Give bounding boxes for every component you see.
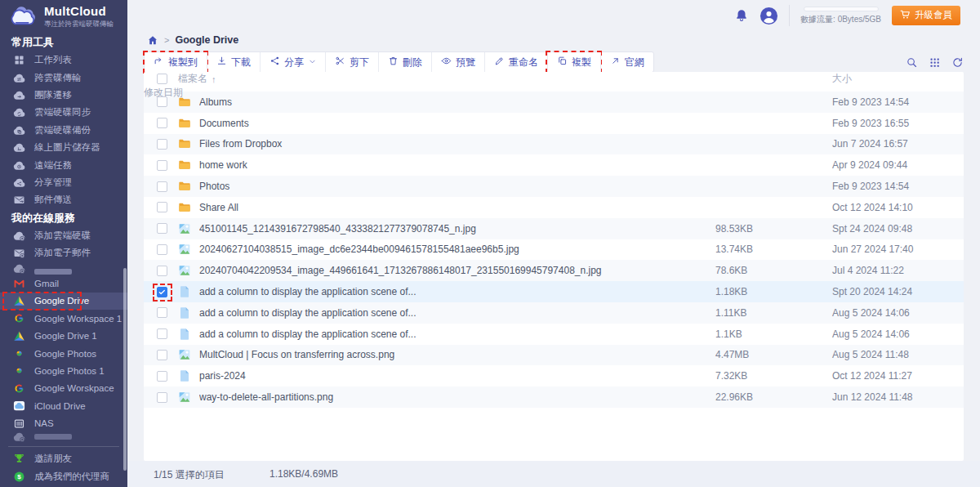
row-checkbox[interactable]	[157, 202, 167, 212]
sidebar-item-icloud-drive[interactable]: iCloud Drive	[0, 397, 127, 414]
row-checkbox[interactable]	[157, 371, 167, 382]
row-checkbox[interactable]	[157, 223, 167, 234]
download-button[interactable]: 下載	[207, 52, 260, 72]
table-row[interactable]: 20240704042209534_image_449661641_171326…	[144, 260, 964, 281]
grid-view-icon[interactable]	[929, 56, 941, 69]
sidebar-item-google-drive-1[interactable]: Google Drive 1	[0, 327, 127, 344]
multcloud-logo-icon	[7, 4, 39, 35]
rename-button[interactable]: 重命名	[484, 52, 547, 72]
copy-to-button[interactable]: 複製到	[145, 52, 207, 72]
sidebar-item-nas[interactable]: NAS	[0, 414, 127, 431]
copy-button[interactable]: 複製	[547, 52, 600, 72]
sidebar-item-become-agent[interactable]: $成為我們的代理商	[0, 468, 127, 486]
table-row[interactable]: AlbumsFeb 9 2023 14:54	[144, 92, 964, 113]
row-checkbox[interactable]	[157, 328, 167, 339]
column-header-date[interactable]: 修改日期	[144, 86, 157, 100]
add-email-icon	[13, 247, 25, 259]
sidebar-item-label: Google Drive	[34, 296, 89, 306]
notification-bell-icon[interactable]	[734, 8, 749, 23]
sidebar-item-gmail[interactable]: Gmail	[0, 275, 127, 292]
row-checkbox-checked[interactable]	[157, 287, 167, 297]
sidebar-item--[interactable]: 雲端硬碟備份	[0, 122, 127, 139]
row-checkbox[interactable]	[157, 392, 167, 403]
table-row[interactable]: 451001145_1214391672798540_4333821277379…	[144, 218, 964, 239]
sidebar-item-google-worskpace[interactable]: Google Worskpace	[0, 380, 127, 397]
table-row[interactable]: way-to-delete-all-partitions.png22.96KBJ…	[144, 386, 964, 408]
cut-icon	[335, 56, 345, 69]
sidebar-item--[interactable]: 遠端任務	[0, 156, 127, 173]
google-drive-icon	[13, 330, 25, 342]
sidebar-item-google-workspace-1[interactable]: Google Workspace 1	[0, 310, 127, 327]
row-checkbox[interactable]	[157, 350, 167, 360]
sidebar-item--[interactable]: 跨雲碟傳輸	[0, 69, 127, 86]
main-area: 數據流量: 0Bytes/5GB 升級會員 > Google Drive 複製到…	[127, 0, 980, 487]
sidebar-item-invite-friends[interactable]: 邀請朋友	[0, 450, 127, 468]
row-checkbox[interactable]	[157, 96, 167, 107]
table-row[interactable]: home workApr 9 2024 09:44	[144, 154, 964, 176]
row-checkbox[interactable]	[157, 160, 167, 171]
sidebar-item-google-photos[interactable]: Google Photos	[0, 345, 127, 362]
column-header-name[interactable]: 檔案名 ↑	[178, 72, 715, 86]
column-header-size[interactable]: 大小	[832, 72, 964, 86]
table-row[interactable]: Share AllOct 12 2024 14:10	[144, 197, 964, 218]
toolbar-right-icons	[906, 56, 964, 69]
toolbar-button-label: 重命名	[509, 56, 538, 69]
user-avatar[interactable]	[760, 7, 778, 25]
select-all-checkbox[interactable]	[157, 74, 167, 84]
row-checkbox[interactable]	[157, 139, 167, 150]
table-row[interactable]: 20240627104038515_image_dc6e2344be009461…	[144, 239, 964, 261]
row-checkbox[interactable]	[157, 307, 167, 318]
sidebar-item--[interactable]: 工作列表	[0, 51, 127, 69]
clipped-label	[34, 434, 72, 440]
share-button[interactable]: 分享	[260, 52, 325, 72]
home-icon[interactable]	[147, 34, 158, 46]
icloud-icon	[13, 400, 25, 412]
table-header: 檔案名 ↑ 大小 修改日期	[144, 72, 964, 92]
sidebar-item-google-drive[interactable]: Google Drive	[0, 293, 127, 310]
file-size: 22.96KB	[715, 391, 832, 403]
table-row[interactable]: Files from DropboxJun 7 2024 16:57	[144, 134, 964, 155]
toolbar-button-label: 預覽	[456, 56, 475, 69]
sidebar-item--[interactable]: 郵件傳送	[0, 191, 127, 208]
sidebar-item--[interactable]: 添加電子郵件	[0, 244, 127, 261]
sidebar-item-label: Google Workspace 1	[34, 314, 122, 324]
sidebar-item-label: 跨雲碟傳輸	[34, 72, 82, 84]
preview-icon	[441, 56, 452, 69]
external-link-button[interactable]: 官網	[600, 52, 653, 72]
toolbar-row: 複製到下載分享剪下刪除預覽重命名複製官網	[144, 51, 964, 73]
table-row[interactable]: add a column to display the application …	[144, 302, 964, 324]
table-row[interactable]: MultCloud | Focus on transferring across…	[144, 345, 964, 366]
add-cloud-icon	[13, 262, 25, 275]
row-checkbox[interactable]	[157, 181, 167, 192]
delete-button[interactable]: 刪除	[378, 52, 431, 72]
sidebar-item--[interactable]: 團隊遷移	[0, 87, 127, 104]
sidebar-item-google-photos-1[interactable]: Google Photos 1	[0, 362, 127, 379]
row-checkbox[interactable]	[157, 244, 167, 255]
cut-button[interactable]: 剪下	[325, 52, 378, 72]
file-size: 1.18KB	[715, 286, 832, 297]
file-size: 1.1KB	[715, 328, 832, 340]
sidebar-item--[interactable]: 雲端硬碟同步	[0, 104, 127, 121]
sidebar-item--[interactable]: 添加雲端硬碟	[0, 227, 127, 244]
table-row[interactable]: paris-20247.32KBOct 12 2024 11:27	[144, 365, 964, 386]
sidebar-item--[interactable]: 線上圖片儲存器	[0, 139, 127, 156]
row-checkbox[interactable]	[157, 118, 167, 128]
agent-icon: $	[13, 471, 25, 483]
preview-button[interactable]: 預覽	[431, 52, 484, 72]
sidebar-item-label: 遠端任務	[34, 159, 72, 172]
refresh-icon[interactable]	[951, 56, 964, 69]
sidebar-partial-item[interactable]	[0, 432, 127, 442]
upgrade-membership-button[interactable]: 升級會員	[892, 6, 960, 25]
sidebar-item--[interactable]: 分享管理	[0, 174, 127, 191]
row-checkbox[interactable]	[157, 266, 167, 276]
sidebar-partial-item[interactable]	[0, 261, 127, 275]
table-row[interactable]: add a column to display the application …	[144, 324, 964, 345]
sort-ascending-icon[interactable]: ↑	[212, 74, 216, 84]
search-icon[interactable]	[906, 56, 918, 69]
table-row[interactable]: DocumentsFeb 9 2023 16:55	[144, 113, 964, 134]
toolbar-button-label: 複製	[572, 56, 591, 69]
table-row[interactable]: add a column to display the application …	[144, 281, 964, 302]
sidebar-scrollbar[interactable]	[123, 268, 127, 471]
table-row[interactable]: PhotosFeb 9 2023 14:54	[144, 176, 964, 197]
app-tagline: 專注於跨雲端硬碟傳輸	[44, 20, 114, 29]
